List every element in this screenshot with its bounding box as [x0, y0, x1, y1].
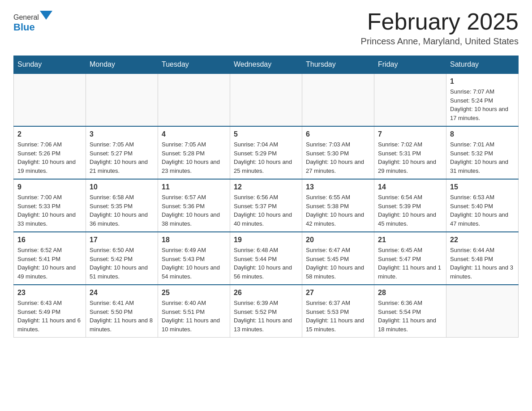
- calendar-day-cell: 3Sunrise: 7:05 AMSunset: 5:27 PMDaylight…: [86, 126, 158, 179]
- calendar-day-cell: 5Sunrise: 7:04 AMSunset: 5:29 PMDaylight…: [230, 126, 302, 179]
- weekday-header-sunday: Sunday: [14, 56, 86, 74]
- calendar-day-cell: 10Sunrise: 6:58 AMSunset: 5:35 PMDayligh…: [86, 179, 158, 232]
- calendar-day-cell: 25Sunrise: 6:40 AMSunset: 5:51 PMDayligh…: [158, 285, 230, 338]
- day-info: Sunrise: 6:36 AMSunset: 5:54 PMDaylight:…: [378, 299, 442, 334]
- day-info: Sunrise: 6:48 AMSunset: 5:44 PMDaylight:…: [234, 246, 298, 281]
- day-number: 25: [162, 289, 226, 297]
- weekday-header-saturday: Saturday: [446, 56, 519, 74]
- calendar-week-row: 1Sunrise: 7:07 AMSunset: 5:24 PMDaylight…: [14, 73, 519, 126]
- day-info: Sunrise: 6:37 AMSunset: 5:53 PMDaylight:…: [306, 299, 370, 334]
- day-number: 20: [306, 236, 370, 244]
- title-area: February 2025 Princess Anne, Maryland, U…: [361, 9, 519, 47]
- calendar-day-cell: [374, 73, 446, 126]
- calendar-day-cell: 6Sunrise: 7:03 AMSunset: 5:30 PMDaylight…: [302, 126, 374, 179]
- calendar-day-cell: 14Sunrise: 6:54 AMSunset: 5:39 PMDayligh…: [374, 179, 446, 232]
- calendar-day-cell: 9Sunrise: 7:00 AMSunset: 5:33 PMDaylight…: [14, 179, 86, 232]
- calendar-day-cell: 20Sunrise: 6:47 AMSunset: 5:45 PMDayligh…: [302, 232, 374, 285]
- day-number: 28: [378, 289, 442, 297]
- day-number: 12: [234, 183, 298, 191]
- weekday-header-wednesday: Wednesday: [230, 56, 302, 74]
- day-info: Sunrise: 6:53 AMSunset: 5:40 PMDaylight:…: [450, 193, 515, 228]
- day-info: Sunrise: 6:49 AMSunset: 5:43 PMDaylight:…: [162, 246, 226, 281]
- day-info: Sunrise: 6:41 AMSunset: 5:50 PMDaylight:…: [90, 299, 154, 334]
- day-info: Sunrise: 7:07 AMSunset: 5:24 PMDaylight:…: [450, 87, 515, 122]
- calendar-day-cell: 4Sunrise: 7:05 AMSunset: 5:28 PMDaylight…: [158, 126, 230, 179]
- day-info: Sunrise: 6:57 AMSunset: 5:36 PMDaylight:…: [162, 193, 226, 228]
- day-info: Sunrise: 6:43 AMSunset: 5:49 PMDaylight:…: [17, 299, 82, 334]
- calendar-day-cell: [14, 73, 86, 126]
- calendar-day-cell: 8Sunrise: 7:01 AMSunset: 5:32 PMDaylight…: [446, 126, 519, 179]
- calendar-day-cell: 13Sunrise: 6:55 AMSunset: 5:38 PMDayligh…: [302, 179, 374, 232]
- day-info: Sunrise: 7:05 AMSunset: 5:27 PMDaylight:…: [90, 140, 154, 175]
- calendar-day-cell: 28Sunrise: 6:36 AMSunset: 5:54 PMDayligh…: [374, 285, 446, 338]
- day-info: Sunrise: 6:55 AMSunset: 5:38 PMDaylight:…: [306, 193, 370, 228]
- calendar-table: SundayMondayTuesdayWednesdayThursdayFrid…: [13, 56, 519, 338]
- logo: General Blue: [13, 9, 53, 33]
- day-info: Sunrise: 7:00 AMSunset: 5:33 PMDaylight:…: [17, 193, 82, 228]
- month-title: February 2025: [361, 9, 519, 34]
- calendar-day-cell: [446, 285, 519, 338]
- weekday-header-tuesday: Tuesday: [158, 56, 230, 74]
- calendar-day-cell: 12Sunrise: 6:56 AMSunset: 5:37 PMDayligh…: [230, 179, 302, 232]
- logo-triangle-icon: [40, 11, 52, 20]
- calendar-day-cell: 2Sunrise: 7:06 AMSunset: 5:26 PMDaylight…: [14, 126, 86, 179]
- day-info: Sunrise: 6:39 AMSunset: 5:52 PMDaylight:…: [234, 299, 298, 334]
- day-number: 8: [450, 130, 515, 138]
- day-number: 10: [90, 183, 154, 191]
- calendar-day-cell: [158, 73, 230, 126]
- day-number: 18: [162, 236, 226, 244]
- calendar-day-cell: [302, 73, 374, 126]
- day-number: 24: [90, 289, 154, 297]
- day-number: 14: [378, 183, 442, 191]
- day-info: Sunrise: 7:06 AMSunset: 5:26 PMDaylight:…: [17, 140, 82, 175]
- day-info: Sunrise: 7:04 AMSunset: 5:29 PMDaylight:…: [234, 140, 298, 175]
- day-number: 16: [17, 236, 82, 244]
- day-number: 22: [450, 236, 515, 244]
- day-number: 26: [234, 289, 298, 297]
- calendar-day-cell: 27Sunrise: 6:37 AMSunset: 5:53 PMDayligh…: [302, 285, 374, 338]
- weekday-header-friday: Friday: [374, 56, 446, 74]
- day-number: 15: [450, 183, 515, 191]
- day-info: Sunrise: 6:52 AMSunset: 5:41 PMDaylight:…: [17, 246, 82, 281]
- day-info: Sunrise: 6:54 AMSunset: 5:39 PMDaylight:…: [378, 193, 442, 228]
- weekday-header-monday: Monday: [86, 56, 158, 74]
- day-number: 1: [450, 77, 515, 86]
- day-info: Sunrise: 6:56 AMSunset: 5:37 PMDaylight:…: [234, 193, 298, 228]
- calendar-day-cell: 24Sunrise: 6:41 AMSunset: 5:50 PMDayligh…: [86, 285, 158, 338]
- day-number: 17: [90, 236, 154, 244]
- calendar-day-cell: 17Sunrise: 6:50 AMSunset: 5:42 PMDayligh…: [86, 232, 158, 285]
- calendar-week-row: 16Sunrise: 6:52 AMSunset: 5:41 PMDayligh…: [14, 232, 519, 285]
- location-title: Princess Anne, Maryland, United States: [361, 36, 519, 47]
- day-number: 23: [17, 289, 82, 297]
- calendar-week-row: 2Sunrise: 7:06 AMSunset: 5:26 PMDaylight…: [14, 126, 519, 179]
- day-info: Sunrise: 6:45 AMSunset: 5:47 PMDaylight:…: [378, 246, 442, 281]
- day-number: 11: [162, 183, 226, 191]
- day-info: Sunrise: 6:50 AMSunset: 5:42 PMDaylight:…: [90, 246, 154, 281]
- day-number: 7: [378, 130, 442, 138]
- logo-general-text: General: [13, 13, 39, 21]
- calendar-week-row: 9Sunrise: 7:00 AMSunset: 5:33 PMDaylight…: [14, 179, 519, 232]
- day-info: Sunrise: 7:05 AMSunset: 5:28 PMDaylight:…: [162, 140, 226, 175]
- day-info: Sunrise: 6:47 AMSunset: 5:45 PMDaylight:…: [306, 246, 370, 281]
- weekday-header-thursday: Thursday: [302, 56, 374, 74]
- calendar-day-cell: 15Sunrise: 6:53 AMSunset: 5:40 PMDayligh…: [446, 179, 519, 232]
- day-info: Sunrise: 6:58 AMSunset: 5:35 PMDaylight:…: [90, 193, 154, 228]
- calendar-day-cell: 16Sunrise: 6:52 AMSunset: 5:41 PMDayligh…: [14, 232, 86, 285]
- day-number: 4: [162, 130, 226, 138]
- calendar-day-cell: 1Sunrise: 7:07 AMSunset: 5:24 PMDaylight…: [446, 73, 519, 126]
- calendar-day-cell: 23Sunrise: 6:43 AMSunset: 5:49 PMDayligh…: [14, 285, 86, 338]
- page-header: General Blue February 2025 Princess Anne…: [13, 9, 519, 47]
- logo-blue-text: Blue: [13, 21, 35, 33]
- calendar-day-cell: 11Sunrise: 6:57 AMSunset: 5:36 PMDayligh…: [158, 179, 230, 232]
- day-number: 5: [234, 130, 298, 138]
- weekday-header-row: SundayMondayTuesdayWednesdayThursdayFrid…: [14, 56, 519, 74]
- day-info: Sunrise: 7:03 AMSunset: 5:30 PMDaylight:…: [306, 140, 370, 175]
- day-number: 6: [306, 130, 370, 138]
- calendar-day-cell: 7Sunrise: 7:02 AMSunset: 5:31 PMDaylight…: [374, 126, 446, 179]
- calendar-day-cell: 19Sunrise: 6:48 AMSunset: 5:44 PMDayligh…: [230, 232, 302, 285]
- day-info: Sunrise: 7:02 AMSunset: 5:31 PMDaylight:…: [378, 140, 442, 175]
- calendar-day-cell: 22Sunrise: 6:44 AMSunset: 5:48 PMDayligh…: [446, 232, 519, 285]
- day-number: 9: [17, 183, 82, 191]
- day-info: Sunrise: 7:01 AMSunset: 5:32 PMDaylight:…: [450, 140, 515, 175]
- day-info: Sunrise: 6:40 AMSunset: 5:51 PMDaylight:…: [162, 299, 226, 334]
